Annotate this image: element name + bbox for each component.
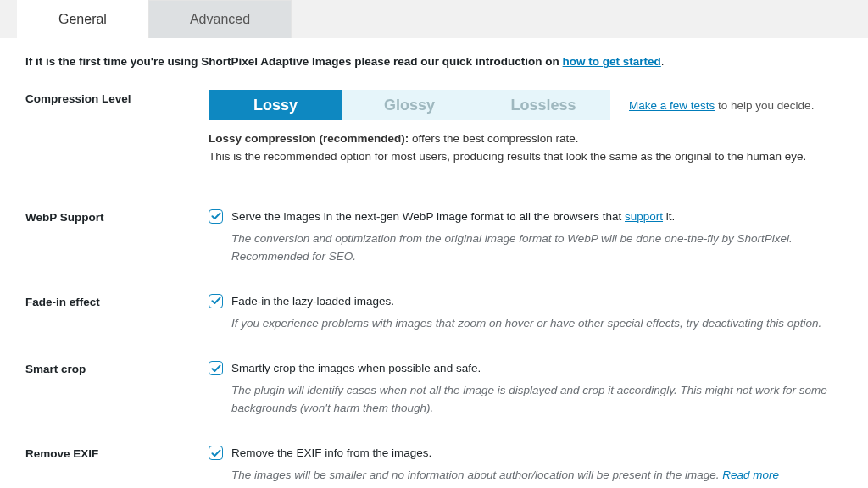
how-to-get-started-link[interactable]: how to get started xyxy=(563,55,661,68)
webp-check-label: Serve the images in the next-gen WebP im… xyxy=(231,208,675,225)
smartcrop-checkbox[interactable] xyxy=(209,361,223,375)
read-more-link[interactable]: Read more xyxy=(722,469,779,481)
compression-label: Compression Level xyxy=(25,90,209,166)
exif-label: Remove EXIF xyxy=(25,445,209,485)
intro-text: If it is the first time you're using Sho… xyxy=(25,55,843,68)
smartcrop-hint: The plugin will identify cases when not … xyxy=(231,382,843,418)
webp-checkbox[interactable] xyxy=(209,209,223,224)
fadein-label: Fade-in effect xyxy=(25,293,209,333)
tab-general[interactable]: General xyxy=(17,0,148,38)
compression-desc: Lossy compression (recommended): offers … xyxy=(209,130,843,166)
make-tests-link[interactable]: Make a few tests xyxy=(629,99,715,112)
compression-lossy-button[interactable]: Lossy xyxy=(209,90,342,120)
exif-check-label: Remove the EXIF info from the images. xyxy=(231,445,431,462)
fadein-check-label: Fade-in the lazy-loaded images. xyxy=(231,293,394,310)
tab-advanced[interactable]: Advanced xyxy=(148,0,292,38)
make-tests-suffix: to help you decide. xyxy=(715,99,814,112)
exif-hint: The images will be smaller and no inform… xyxy=(231,467,843,485)
tabs: General Advanced xyxy=(0,0,868,38)
settings-panel: If it is the first time you're using Sho… xyxy=(0,38,868,488)
smartcrop-check-label: Smartly crop the images when possible an… xyxy=(231,360,481,377)
check-icon xyxy=(211,296,221,306)
webp-label: WebP Support xyxy=(25,208,209,266)
check-icon xyxy=(211,211,221,221)
compression-glossy-button[interactable]: Glossy xyxy=(342,90,476,120)
webp-hint: The conversion and optimization from the… xyxy=(231,230,843,266)
check-icon xyxy=(211,448,221,458)
compression-segmented: Lossy Glossy Lossless Make a few tests t… xyxy=(209,90,843,120)
support-link[interactable]: support xyxy=(625,210,663,223)
fadein-hint: If you experience problems with images t… xyxy=(231,315,843,333)
check-icon xyxy=(211,363,221,374)
smartcrop-label: Smart crop xyxy=(25,360,209,418)
fadein-checkbox[interactable] xyxy=(209,294,223,308)
compression-lossless-button[interactable]: Lossless xyxy=(476,90,610,120)
exif-checkbox[interactable] xyxy=(209,446,223,460)
